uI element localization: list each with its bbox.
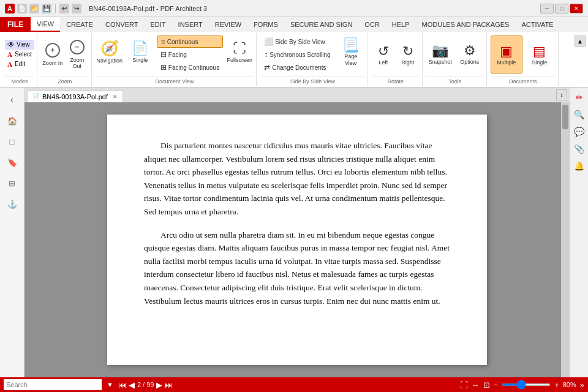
snapshot-button[interactable]: 📷 Snapshot — [426, 36, 454, 74]
close-button[interactable]: ✕ — [570, 4, 583, 13]
right-alert-icon[interactable]: 🔔 — [572, 159, 587, 173]
options-icon: ⚙ — [464, 43, 476, 59]
facing-continuous-button[interactable]: ⊞ Facing Continuous — [157, 61, 223, 74]
single-view-button[interactable]: 📄 Single — [126, 33, 154, 71]
rotate-right-icon: ↻ — [402, 43, 413, 59]
secure-sign-menu[interactable]: SECURE AND SIGN — [284, 17, 358, 32]
snapshot-icon: 📷 — [432, 43, 448, 59]
left-home-icon[interactable]: 🏠 — [2, 111, 22, 130]
change-docs-button[interactable]: ⇄ Change Documents — [260, 61, 334, 74]
ocr-menu[interactable]: OCR — [358, 17, 385, 32]
modes-group-content: 👁 View 𝐀 Select 𝐀 Edit — [5, 33, 34, 75]
scrollbar-vertical[interactable] — [561, 102, 570, 377]
minimize-button[interactable]: ─ — [540, 4, 554, 13]
modules-menu[interactable]: MODULES AND PACKAGES — [416, 17, 516, 32]
app-icon: A — [5, 4, 15, 13]
fit-width-icon[interactable]: ↔ — [472, 380, 480, 390]
facing-cont-icon: ⊞ — [160, 63, 167, 72]
sync-icon: ↕ — [264, 50, 268, 59]
sync-scroll-button[interactable]: ↕ Synchronous Scrolling — [260, 48, 334, 61]
docview-stack: ≡ Continuous ⊟ Facing ⊞ Facing Continuou… — [157, 33, 223, 74]
review-menu[interactable]: REVIEW — [209, 17, 247, 32]
options-button[interactable]: ⚙ Options — [456, 36, 484, 74]
left-page-icon[interactable]: □ — [2, 132, 22, 151]
sbs-group-label: Side By Side View — [260, 77, 365, 86]
first-page-button[interactable]: ⏮ — [118, 380, 126, 390]
right-paperclip-icon[interactable]: 📎 — [572, 141, 587, 156]
view-menu[interactable]: VIEW — [31, 17, 60, 32]
fit-page-icon[interactable]: ⛶ — [460, 380, 468, 390]
forms-menu[interactable]: FORMS — [247, 17, 284, 32]
right-binoculars-icon[interactable]: 🔍 — [572, 107, 587, 122]
prev-page-button[interactable]: ◀ — [129, 380, 135, 390]
zoom-group-label: Zoom — [41, 77, 89, 86]
facing-button[interactable]: ⊟ Facing — [157, 48, 223, 61]
pdf-tab[interactable]: 📄 BN46-00193A-Pol.pdf ✕ — [27, 90, 123, 102]
tab-close-button[interactable]: ✕ — [113, 94, 118, 100]
status-right: ⛶ ↔ ⊡ − + 80% » — [460, 380, 584, 390]
rotate-group-label: Rotate — [372, 77, 420, 86]
ribbon-collapse-button[interactable]: ▲ — [575, 36, 586, 47]
search-expand-icon[interactable]: ▼ — [107, 381, 113, 388]
zoom-out-status-icon[interactable]: − — [494, 380, 499, 390]
rotate-left-button[interactable]: ↺ Left — [372, 36, 395, 74]
fullscreen-button[interactable]: ⛶ Fullscreen — [225, 33, 254, 71]
collapse-panel-button[interactable]: › — [556, 89, 567, 100]
select-mode-button[interactable]: 𝐀 Select — [5, 50, 34, 59]
fullscreen-icon: ⛶ — [233, 40, 246, 56]
menu-bar: FILE VIEW CREATE CONVERT EDIT INSERT REV… — [0, 17, 588, 32]
multiple-docs-button[interactable]: ▣ Multiple — [491, 36, 522, 74]
left-panel: ‹ 🏠 □ 🔖 ⊞ ⚓ — [0, 88, 24, 377]
insert-menu[interactable]: INSERT — [172, 17, 209, 32]
documents-group-content: ▣ Multiple ▤ Single — [491, 33, 556, 75]
left-bookmark-icon[interactable]: 🔖 — [2, 153, 22, 172]
zoom-out-button[interactable]: − Zoom Out — [66, 36, 89, 74]
next-page-button[interactable]: ▶ — [156, 380, 162, 390]
zoom-slider[interactable] — [502, 383, 551, 386]
undo-icon[interactable]: ↩ — [59, 4, 69, 13]
edit-mode-button[interactable]: 𝐀 Edit — [5, 59, 34, 69]
new-icon[interactable]: 📄 — [17, 4, 27, 13]
zoom-in-button[interactable]: + Zoom In — [41, 36, 64, 74]
title-bar: A 📄 📂 💾 ↩ ↪ BN46-00193A-Pol.pdf - PDF Ar… — [0, 0, 588, 17]
search-input[interactable] — [4, 379, 102, 390]
pdf-view: Dis parturient montes nascetur ridiculus… — [24, 102, 570, 377]
redo-icon[interactable]: ↪ — [72, 4, 81, 13]
navigation-button[interactable]: 🧭 Navigation — [96, 33, 124, 71]
rotate-right-button[interactable]: ↻ Right — [396, 36, 420, 74]
single-doc-button[interactable]: ▤ Single — [524, 36, 556, 74]
left-nav-back[interactable]: ‹ — [2, 90, 22, 110]
left-layers-icon[interactable]: ⊞ — [2, 173, 22, 193]
open-icon[interactable]: 📂 — [29, 4, 39, 13]
scroll-thumb[interactable] — [562, 105, 568, 129]
view-mode-button[interactable]: 👁 View — [5, 40, 34, 50]
help-menu[interactable]: HELP — [386, 17, 416, 32]
tab-filename: BN46-00193A-Pol.pdf — [42, 93, 108, 100]
file-menu[interactable]: FILE — [0, 17, 31, 32]
ribbon-content: 👁 View 𝐀 Select 𝐀 Edit Modes — [0, 32, 588, 87]
right-pencil-icon[interactable]: ✏ — [572, 90, 587, 105]
save-icon[interactable]: 💾 — [42, 4, 51, 13]
convert-menu[interactable]: CONVERT — [99, 17, 145, 32]
activate-menu[interactable]: ACTIVATE — [515, 17, 559, 32]
right-panel: ✏ 🔍 💬 📎 🔔 — [570, 88, 588, 377]
edit-menu[interactable]: EDIT — [145, 17, 172, 32]
restore-button[interactable]: □ — [555, 4, 568, 13]
more-options-icon[interactable]: » — [580, 380, 584, 390]
page-view-button[interactable]: 📃 Page View — [337, 33, 365, 71]
sbs-group: ⬜ Side By Side View ↕ Synchronous Scroll… — [258, 33, 368, 86]
docview-group-content: 🧭 Navigation 📄 Single ≡ Continuous ⊟ — [96, 33, 254, 75]
side-by-side-button[interactable]: ⬜ Side By Side View — [260, 36, 334, 48]
zoom-in-status-icon[interactable]: + — [554, 380, 559, 390]
page-view-icon: 📃 — [342, 37, 359, 53]
right-comment-icon[interactable]: 💬 — [572, 124, 587, 139]
last-page-button[interactable]: ⏭ — [165, 380, 173, 390]
left-anchor-icon[interactable]: ⚓ — [2, 194, 22, 214]
create-menu[interactable]: CREATE — [60, 17, 99, 32]
actual-size-icon[interactable]: ⊡ — [483, 380, 490, 390]
continuous-icon: ≡ — [161, 37, 165, 46]
single-doc-icon: ▤ — [533, 43, 546, 59]
navigation-icon: 🧭 — [100, 40, 119, 58]
facing-icon: ⊟ — [160, 50, 167, 59]
continuous-button[interactable]: ≡ Continuous — [157, 36, 223, 48]
